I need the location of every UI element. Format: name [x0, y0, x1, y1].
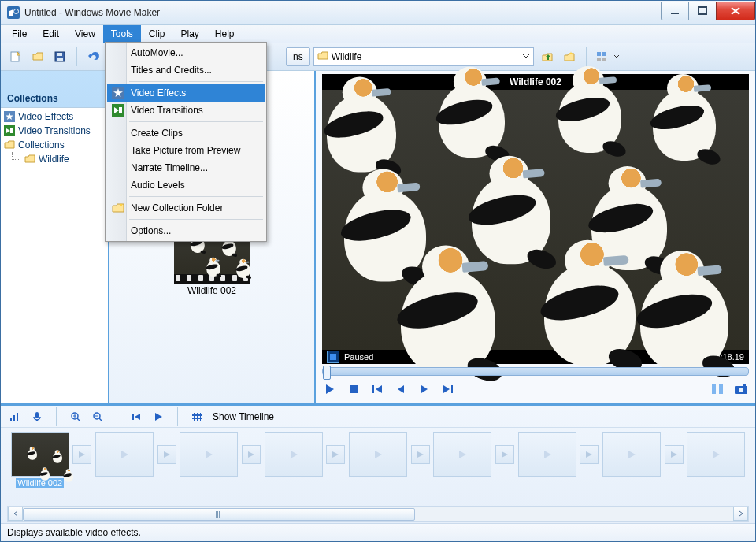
menu-help[interactable]: Help — [207, 25, 243, 43]
transition-slot[interactable] — [326, 445, 345, 464]
folder-icon — [24, 154, 35, 165]
menu-view[interactable]: View — [67, 25, 103, 43]
tree-label: Collections — [18, 139, 65, 150]
svg-rect-19 — [712, 384, 716, 394]
scroll-right-button[interactable] — [733, 507, 748, 521]
preview-screen[interactable] — [322, 90, 749, 350]
menuitem-create-clips[interactable]: Create Clips — [107, 124, 265, 142]
prev-frame-button[interactable] — [393, 381, 409, 397]
window-minimize-button[interactable] — [661, 2, 689, 20]
folder-icon — [4, 139, 15, 150]
svg-rect-24 — [10, 418, 12, 421]
window-close-button[interactable] — [716, 2, 755, 20]
svg-rect-26 — [17, 413, 18, 421]
view-thumbnails-button[interactable] — [591, 46, 612, 67]
seek-slider[interactable] — [322, 367, 749, 376]
tree-label: Video Effects — [18, 111, 73, 122]
take-picture-button[interactable] — [733, 381, 749, 397]
storyboard-scrollbar[interactable] — [7, 506, 749, 522]
prev-clip-button[interactable] — [369, 381, 385, 397]
storyboard-slot[interactable] — [180, 432, 238, 477]
new-folder-button[interactable] — [559, 46, 580, 67]
transition-icon — [4, 125, 15, 136]
up-folder-button[interactable] — [537, 46, 558, 67]
tree-item-video-transitions[interactable]: Video Transitions — [1, 124, 108, 138]
menu-clip[interactable]: Clip — [141, 25, 173, 43]
menuitem-video-transitions[interactable]: Video Transitions — [107, 102, 265, 119]
svg-rect-15 — [330, 354, 336, 360]
play-button[interactable] — [322, 381, 338, 397]
menuitem-automovie[interactable]: AutoMovie... — [107, 44, 265, 61]
storyboard-slot[interactable] — [687, 432, 745, 477]
svg-rect-3 — [699, 7, 706, 14]
svg-rect-36 — [132, 414, 134, 420]
svg-rect-28 — [36, 420, 38, 421]
storyboard-slot[interactable] — [602, 432, 661, 477]
svg-rect-40 — [197, 413, 198, 421]
tree-item-collections[interactable]: Collections — [1, 138, 108, 152]
tree-item-wildlife[interactable]: Wildlife — [1, 152, 108, 166]
menuitem-options[interactable]: Options... — [107, 222, 265, 239]
tree-label: Wildlife — [39, 154, 69, 165]
location-value: Wildlife — [332, 51, 362, 62]
storyboard-slot[interactable] — [349, 432, 407, 477]
menubar: File Edit View Tools Clip Play Help — [1, 25, 755, 43]
svg-point-22 — [739, 388, 743, 392]
window-maximize-button[interactable] — [688, 2, 717, 20]
transition-slot[interactable] — [665, 445, 684, 464]
open-button[interactable] — [28, 46, 48, 67]
preview-pane: Wildlife 002 Paused 0:00:0 — [316, 71, 755, 403]
audio-levels-button[interactable] — [7, 409, 23, 425]
undo-button[interactable] — [82, 46, 102, 67]
svg-rect-10 — [597, 58, 601, 61]
svg-rect-20 — [719, 384, 723, 394]
chevron-down-icon[interactable] — [613, 50, 620, 65]
collections-tree: Video Effects Video Transitions Collecti… — [1, 107, 108, 403]
menu-tools[interactable]: Tools — [103, 25, 141, 43]
location-combo[interactable]: Wildlife — [313, 47, 534, 66]
play-storyboard-button[interactable] — [150, 409, 166, 425]
scroll-thumb[interactable] — [23, 508, 415, 521]
menu-play[interactable]: Play — [173, 25, 207, 43]
zoom-out-button[interactable] — [90, 409, 106, 425]
menu-edit[interactable]: Edit — [35, 25, 67, 43]
transition-slot[interactable] — [72, 445, 91, 464]
transition-slot[interactable] — [580, 445, 598, 464]
transition-slot[interactable] — [495, 445, 514, 464]
storyboard-slot[interactable] — [433, 432, 491, 477]
menuitem-new-collection-folder[interactable]: New Collection Folder — [107, 199, 265, 217]
svg-rect-8 — [597, 52, 601, 56]
storyboard-slot[interactable] — [518, 432, 576, 477]
next-clip-button[interactable] — [440, 381, 456, 397]
show-timeline-button[interactable]: Show Timeline — [213, 411, 274, 422]
save-button[interactable] — [50, 46, 70, 67]
storyboard-slot[interactable] — [265, 432, 323, 477]
scroll-left-button[interactable] — [8, 507, 23, 521]
storyboard-slot[interactable] — [95, 432, 154, 477]
split-button[interactable] — [710, 381, 725, 397]
zoom-in-button[interactable] — [68, 409, 83, 425]
transition-slot[interactable] — [411, 445, 430, 464]
preview-status-text: Paused — [344, 352, 373, 362]
collections-header: Collections — [1, 71, 108, 107]
transition-slot[interactable] — [158, 445, 176, 464]
stop-button[interactable] — [346, 381, 361, 397]
transition-slot[interactable] — [242, 445, 261, 464]
menuitem-audio-levels[interactable]: Audio Levels — [107, 176, 265, 194]
svg-rect-6 — [57, 53, 62, 56]
svg-rect-44 — [119, 107, 122, 113]
narrate-timeline-button[interactable] — [29, 409, 45, 425]
menuitem-titles-credits[interactable]: Titles and Credits... — [107, 61, 265, 79]
rewind-button[interactable] — [128, 409, 144, 425]
menuitem-take-picture[interactable]: Take Picture from Preview — [107, 142, 265, 159]
menu-file[interactable]: File — [4, 25, 35, 43]
new-project-button[interactable] — [6, 46, 26, 67]
menuitem-video-effects[interactable]: Video Effects — [107, 84, 265, 102]
menuitem-narrate-timeline[interactable]: Narrate Timeline... — [107, 159, 265, 176]
svg-rect-9 — [602, 52, 606, 56]
next-frame-button[interactable] — [417, 381, 432, 397]
tree-item-video-effects[interactable]: Video Effects — [1, 110, 108, 124]
storyboard[interactable]: Wildlife 002 — [1, 428, 755, 506]
tasks-button-partial[interactable]: ns — [286, 47, 310, 66]
storyboard-clip-1[interactable] — [11, 432, 69, 477]
